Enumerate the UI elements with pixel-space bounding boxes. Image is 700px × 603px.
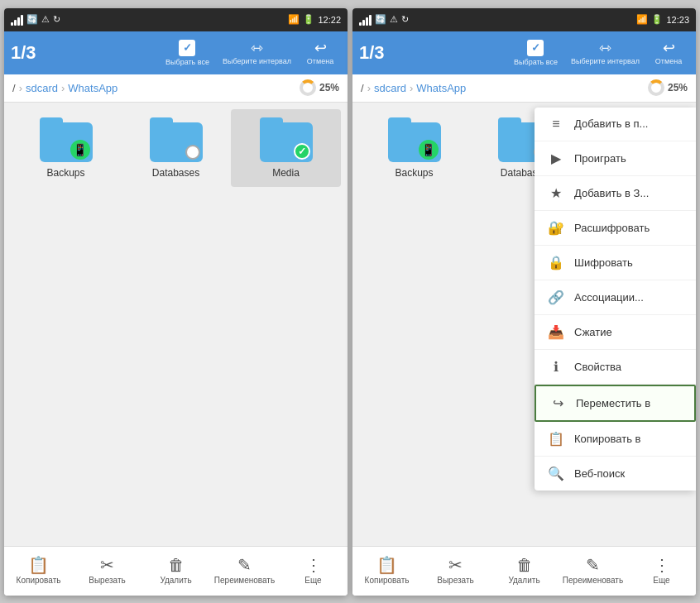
more-button-right[interactable]: ⋮ Еще bbox=[627, 552, 696, 590]
copy-to-icon: 📋 bbox=[548, 431, 564, 447]
compress-icon: 📥 bbox=[548, 324, 564, 340]
refresh-icon: ↻ bbox=[53, 14, 60, 25]
status-left-right: 🔄 ⚠ ↻ bbox=[359, 14, 409, 26]
sync-icon: 🔄 bbox=[26, 14, 38, 25]
menu-associations[interactable]: 🔗 Ассоциации... bbox=[535, 280, 696, 315]
status-right-right: 📶 🔋 12:23 bbox=[636, 14, 689, 25]
encrypt-icon: 🔒 bbox=[548, 255, 564, 270]
signal-icon-right bbox=[359, 14, 372, 26]
select-range-button-right[interactable]: ⇿ Выберите интервал bbox=[566, 37, 645, 69]
file-item-media-left[interactable]: ✓ Media bbox=[231, 109, 341, 187]
screens-container: 🔄 ⚠ ↻ 📶 🔋 12:22 1/3 Выбрать все ⇿ Выбери… bbox=[4, 8, 696, 596]
breadcrumb-sep2-right: › bbox=[410, 82, 413, 94]
wifi-icon: 📶 bbox=[288, 14, 300, 25]
file-item-backups-left[interactable]: 📱 Backups bbox=[11, 109, 121, 187]
delete-button-left[interactable]: 🗑 Удалить bbox=[141, 552, 210, 590]
sync-icon-right: 🔄 bbox=[375, 14, 386, 25]
info-icon: ℹ bbox=[548, 359, 564, 375]
status-left: 🔄 ⚠ ↻ bbox=[11, 14, 60, 26]
selection-count-left: 1/3 bbox=[11, 42, 157, 64]
cut-button-left[interactable]: ✂ Вырезать bbox=[73, 552, 141, 590]
copy-icon-right: 📋 bbox=[376, 557, 397, 573]
menu-compress[interactable]: 📥 Сжатие bbox=[535, 315, 696, 350]
selection-count-right: 1/3 bbox=[359, 42, 506, 64]
delete-button-right[interactable]: 🗑 Удалить bbox=[490, 552, 559, 590]
disk-usage-left: 25% bbox=[300, 79, 339, 96]
menu-decrypt[interactable]: 🔐 Расшифровать bbox=[535, 211, 696, 246]
file-name-media-left: Media bbox=[272, 167, 300, 179]
breadcrumb-whatsapp-right[interactable]: WhatsApp bbox=[416, 82, 466, 94]
select-range-icon-left: ⇿ bbox=[251, 41, 263, 55]
cancel-button-right[interactable]: ↩ Отмена bbox=[648, 37, 689, 69]
disk-usage-right: 25% bbox=[648, 79, 688, 96]
folder-icon-databases-left bbox=[150, 117, 203, 162]
file-name-backups-right: Backups bbox=[395, 167, 433, 179]
radio-btn-databases bbox=[185, 145, 200, 160]
cut-icon-left: ✂ bbox=[100, 557, 114, 573]
warning-icon-right: ⚠ bbox=[390, 14, 398, 25]
more-icon-right: ⋮ bbox=[654, 557, 670, 573]
breadcrumb-root[interactable]: / bbox=[12, 82, 16, 94]
status-time-right: 12:23 bbox=[666, 15, 689, 25]
cancel-icon-right: ↩ bbox=[663, 41, 675, 55]
rename-button-right[interactable]: ✎ Переименовать bbox=[559, 552, 627, 590]
file-grid-left: 📱 Backups Databases bbox=[4, 103, 348, 546]
select-all-icon-left bbox=[179, 40, 195, 56]
rename-icon-right: ✎ bbox=[586, 557, 600, 573]
copy-button-left[interactable]: 📋 Копировать bbox=[4, 552, 73, 590]
star-icon: ★ bbox=[548, 185, 564, 201]
breadcrumb-sep1: › bbox=[19, 82, 22, 94]
file-item-databases-left[interactable]: Databases bbox=[121, 109, 231, 187]
menu-add-to-playlist[interactable]: ≡ Добавить в п... bbox=[535, 108, 696, 141]
check-media: ✓ bbox=[294, 143, 310, 160]
menu-web-search[interactable]: 🔍 Веб-поиск bbox=[535, 457, 696, 491]
menu-copy-to[interactable]: 📋 Копировать в bbox=[535, 422, 696, 457]
more-button-left[interactable]: ⋮ Еще bbox=[279, 552, 348, 590]
select-all-button-right[interactable]: Выбрать все bbox=[509, 36, 563, 69]
move-icon: ↪ bbox=[549, 395, 566, 411]
rename-button-left[interactable]: ✎ Переименовать bbox=[210, 552, 279, 590]
playlist-icon: ≡ bbox=[548, 117, 564, 132]
breadcrumb-whatsapp-left[interactable]: WhatsApp bbox=[68, 82, 117, 94]
breadcrumb-left: / › sdcard › WhatsApp 25% bbox=[4, 74, 348, 103]
copy-button-right[interactable]: 📋 Копировать bbox=[352, 552, 421, 590]
disk-label-left: 25% bbox=[319, 82, 339, 93]
menu-play[interactable]: ▶ Проиграть bbox=[535, 141, 696, 176]
toolbar-left: 1/3 Выбрать все ⇿ Выберите интервал ↩ От… bbox=[4, 31, 348, 74]
menu-add-favorites[interactable]: ★ Добавить в З... bbox=[535, 176, 696, 211]
left-screen: 🔄 ⚠ ↻ 📶 🔋 12:22 1/3 Выбрать все ⇿ Выбери… bbox=[4, 8, 348, 596]
cancel-icon-left: ↩ bbox=[314, 41, 327, 55]
disk-pie-chart-right bbox=[648, 79, 664, 96]
select-range-icon-right: ⇿ bbox=[599, 41, 611, 55]
menu-encrypt[interactable]: 🔒 Шифровать bbox=[535, 246, 696, 280]
status-bar-right: 🔄 ⚠ ↻ 📶 🔋 12:23 bbox=[352, 8, 696, 31]
cut-icon-right: ✂ bbox=[448, 557, 463, 573]
select-range-button-left[interactable]: ⇿ Выберите интервал bbox=[218, 37, 296, 69]
breadcrumb-root-right[interactable]: / bbox=[361, 82, 364, 94]
breadcrumb-sep2: › bbox=[61, 82, 65, 94]
right-screen: 🔄 ⚠ ↻ 📶 🔋 12:23 1/3 Выбрать все ⇿ Выбери… bbox=[352, 8, 696, 596]
context-menu: ≡ Добавить в п... ▶ Проиграть ★ Добавить… bbox=[535, 108, 696, 491]
select-all-button-left[interactable]: Выбрать все bbox=[161, 36, 214, 69]
delete-icon-left: 🗑 bbox=[168, 557, 185, 573]
folder-icon-backups-left: 📱 bbox=[40, 117, 93, 162]
menu-move-to[interactable]: ↪ Переместить в bbox=[535, 385, 696, 422]
bottom-bar-left: 📋 Копировать ✂ Вырезать 🗑 Удалить ✎ Пере… bbox=[4, 546, 348, 596]
copy-icon-left: 📋 bbox=[28, 557, 49, 573]
menu-properties[interactable]: ℹ Свойства bbox=[535, 350, 696, 385]
file-item-backups-right[interactable]: 📱 Backups bbox=[359, 109, 469, 187]
folder-icon-media-left: ✓ bbox=[260, 117, 313, 162]
status-time: 12:22 bbox=[318, 15, 341, 25]
warning-icon: ⚠ bbox=[41, 14, 50, 25]
refresh-icon-right: ↻ bbox=[401, 14, 409, 25]
battery-icon-right: 🔋 bbox=[651, 14, 663, 25]
toolbar-right: 1/3 Выбрать все ⇿ Выберите интервал ↩ От… bbox=[352, 31, 696, 74]
status-right: 📶 🔋 12:22 bbox=[288, 14, 341, 25]
bottom-bar-right: 📋 Копировать ✂ Вырезать 🗑 Удалить ✎ Пере… bbox=[352, 546, 696, 596]
whatsapp-badge-backups: 📱 bbox=[70, 140, 90, 160]
breadcrumb-sdcard-right[interactable]: sdcard bbox=[374, 82, 406, 94]
breadcrumb-sdcard[interactable]: sdcard bbox=[26, 82, 58, 94]
file-name-backups-left: Backups bbox=[46, 167, 84, 179]
cancel-button-left[interactable]: ↩ Отмена bbox=[300, 37, 341, 69]
cut-button-right[interactable]: ✂ Вырезать bbox=[421, 552, 490, 590]
